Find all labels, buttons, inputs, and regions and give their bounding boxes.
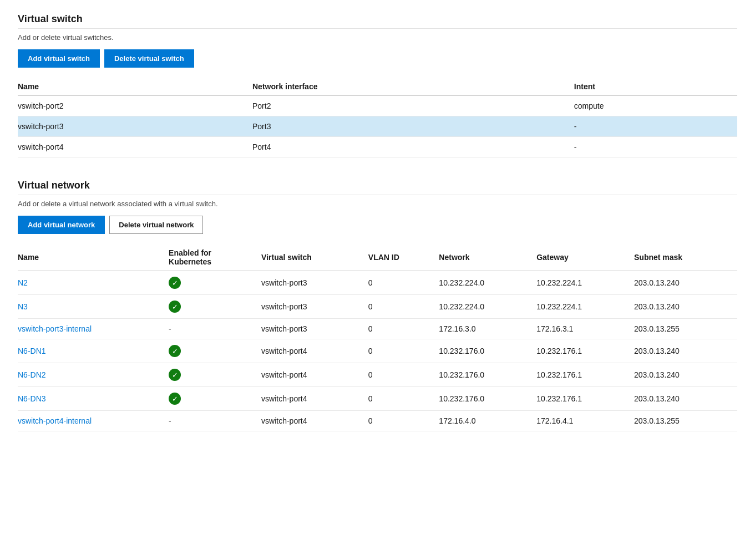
virtual-switch-table-header: Name Network interface Intent [18, 78, 737, 96]
vn-row-virtual-switch: vswitch-port4 [261, 363, 368, 387]
table-row[interactable]: vswitch-port4-internal-vswitch-port40172… [18, 411, 737, 431]
delete-virtual-network-button[interactable]: Delete virtual network [109, 216, 203, 234]
table-row[interactable]: vswitch-port4Port4- [18, 137, 737, 157]
vn-row-name[interactable]: vswitch-port3-internal [18, 319, 169, 339]
vn-row-subnet-mask: 203.0.13.255 [634, 319, 737, 339]
vn-row-subnet-mask: 203.0.13.240 [634, 363, 737, 387]
vn-row-name[interactable]: N6-DN1 [18, 339, 169, 363]
vn-row-gateway: 172.16.3.1 [536, 319, 634, 339]
vn-row-virtual-switch: vswitch-port3 [261, 271, 368, 295]
vn-row-enabled-k8s: ✓ [169, 295, 261, 319]
col-virtual-switch-header: Virtual switch [261, 244, 368, 271]
vn-row-name[interactable]: N3 [18, 295, 169, 319]
virtual-network-title: Virtual network [18, 180, 737, 191]
table-row[interactable]: N6-DN3✓vswitch-port4010.232.176.010.232.… [18, 387, 737, 411]
delete-virtual-switch-button[interactable]: Delete virtual switch [104, 49, 194, 68]
virtual-network-table: Name Enabled forKubernetes Virtual switc… [18, 244, 737, 431]
vn-row-enabled-k8s: ✓ [169, 339, 261, 363]
table-row[interactable]: vswitch-port3Port3- [18, 116, 737, 137]
virtual-network-btn-bar: Add virtual network Delete virtual netwo… [18, 216, 737, 234]
virtual-switch-btn-bar: Add virtual switch Delete virtual switch [18, 49, 737, 68]
vs-row-network-interface: Port2 [252, 96, 574, 116]
vs-row-intent: - [574, 116, 737, 137]
virtual-switch-title: Virtual switch [18, 13, 737, 25]
vn-row-name[interactable]: N6-DN3 [18, 387, 169, 411]
vn-row-name[interactable]: N6-DN2 [18, 363, 169, 387]
virtual-network-divider [18, 195, 737, 195]
vn-row-virtual-switch: vswitch-port3 [261, 295, 368, 319]
table-row[interactable]: vswitch-port3-internal-vswitch-port30172… [18, 319, 737, 339]
vn-row-vlan-id: 0 [368, 363, 439, 387]
vn-row-network: 172.16.3.0 [439, 319, 536, 339]
table-row[interactable]: vswitch-port2Port2compute [18, 96, 737, 116]
add-virtual-switch-button[interactable]: Add virtual switch [18, 49, 100, 68]
virtual-switch-table: Name Network interface Intent vswitch-po… [18, 78, 737, 157]
vn-row-virtual-switch: vswitch-port4 [261, 339, 368, 363]
vn-row-virtual-switch: vswitch-port4 [261, 387, 368, 411]
col-gateway-header: Gateway [536, 244, 634, 271]
col-name-header: Name [18, 78, 252, 96]
vs-row-intent: - [574, 137, 737, 157]
col-intent-header: Intent [574, 78, 737, 96]
vn-row-gateway: 10.232.176.1 [536, 387, 634, 411]
virtual-network-section: Virtual network Add or delete a virtual … [18, 180, 737, 431]
vn-row-name[interactable]: vswitch-port4-internal [18, 411, 169, 431]
vs-row-intent: compute [574, 96, 737, 116]
vn-row-gateway: 10.232.224.1 [536, 295, 634, 319]
vn-row-enabled-k8s: ✓ [169, 271, 261, 295]
vn-row-gateway: 10.232.176.1 [536, 363, 634, 387]
virtual-network-description: Add or delete a virtual network associat… [18, 200, 737, 208]
vs-row-name: vswitch-port2 [18, 96, 252, 116]
vn-row-virtual-switch: vswitch-port3 [261, 319, 368, 339]
vn-row-network: 10.232.224.0 [439, 295, 536, 319]
check-icon: ✓ [169, 369, 181, 381]
check-icon: ✓ [169, 277, 181, 289]
vn-row-network: 10.232.224.0 [439, 271, 536, 295]
vs-row-name: vswitch-port4 [18, 137, 252, 157]
vn-row-vlan-id: 0 [368, 411, 439, 431]
table-row[interactable]: N6-DN1✓vswitch-port4010.232.176.010.232.… [18, 339, 737, 363]
vn-row-name[interactable]: N2 [18, 271, 169, 295]
vn-row-enabled-k8s: ✓ [169, 387, 261, 411]
vn-row-network: 10.232.176.0 [439, 387, 536, 411]
check-icon: ✓ [169, 393, 181, 405]
vn-row-subnet-mask: 203.0.13.240 [634, 339, 737, 363]
vn-row-enabled-k8s: ✓ [169, 363, 261, 387]
table-row[interactable]: N6-DN2✓vswitch-port4010.232.176.010.232.… [18, 363, 737, 387]
table-row[interactable]: N3✓vswitch-port3010.232.224.010.232.224.… [18, 295, 737, 319]
vn-row-vlan-id: 0 [368, 271, 439, 295]
col-network-interface-header: Network interface [252, 78, 574, 96]
vs-row-name: vswitch-port3 [18, 116, 252, 137]
check-icon: ✓ [169, 345, 181, 357]
vn-row-network: 10.232.176.0 [439, 363, 536, 387]
vn-row-network: 10.232.176.0 [439, 339, 536, 363]
virtual-network-table-header: Name Enabled forKubernetes Virtual switc… [18, 244, 737, 271]
col-vn-name-header: Name [18, 244, 169, 271]
virtual-switch-section: Virtual switch Add or delete virtual swi… [18, 13, 737, 157]
check-icon: ✓ [169, 301, 181, 313]
table-row[interactable]: N2✓vswitch-port3010.232.224.010.232.224.… [18, 271, 737, 295]
vn-row-gateway: 10.232.176.1 [536, 339, 634, 363]
virtual-switch-divider [18, 28, 737, 29]
vn-row-gateway: 172.16.4.1 [536, 411, 634, 431]
vn-row-subnet-mask: 203.0.13.255 [634, 411, 737, 431]
vn-row-enabled-k8s: - [169, 319, 261, 339]
virtual-switch-description: Add or delete virtual switches. [18, 33, 737, 42]
vs-row-network-interface: Port4 [252, 137, 574, 157]
vn-row-virtual-switch: vswitch-port4 [261, 411, 368, 431]
col-enabled-k8s-header: Enabled forKubernetes [169, 244, 261, 271]
vn-row-network: 172.16.4.0 [439, 411, 536, 431]
col-vlan-id-header: VLAN ID [368, 244, 439, 271]
vn-row-vlan-id: 0 [368, 319, 439, 339]
vn-row-vlan-id: 0 [368, 387, 439, 411]
vn-row-subnet-mask: 203.0.13.240 [634, 295, 737, 319]
add-virtual-network-button[interactable]: Add virtual network [18, 216, 105, 234]
col-subnet-mask-header: Subnet mask [634, 244, 737, 271]
vn-row-subnet-mask: 203.0.13.240 [634, 387, 737, 411]
vn-row-vlan-id: 0 [368, 295, 439, 319]
vn-row-vlan-id: 0 [368, 339, 439, 363]
vn-row-enabled-k8s: - [169, 411, 261, 431]
vs-row-network-interface: Port3 [252, 116, 574, 137]
vn-row-gateway: 10.232.224.1 [536, 271, 634, 295]
col-network-header: Network [439, 244, 536, 271]
